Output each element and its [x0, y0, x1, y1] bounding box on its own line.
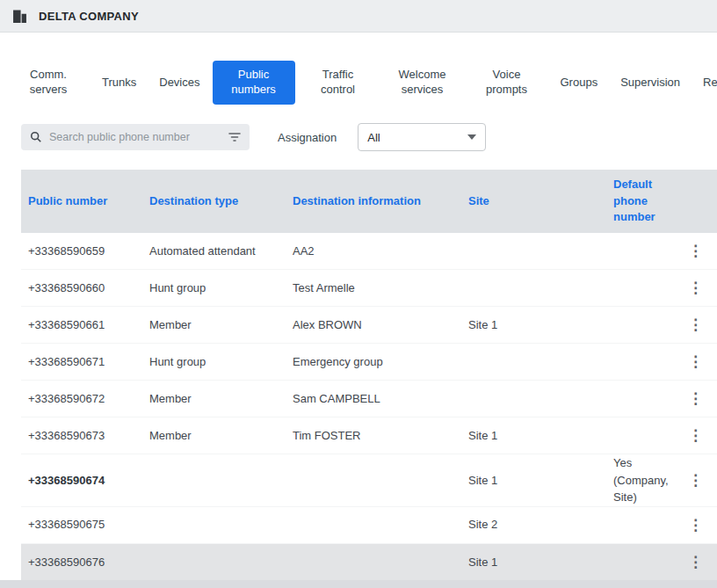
- horizontal-scrollbar[interactable]: [0, 580, 717, 588]
- cell-default-phone-number: Yes (Company, Site): [613, 454, 687, 506]
- cell-destination-information: Alex BROWN: [293, 316, 468, 334]
- tab-label: Public numbers: [223, 68, 285, 98]
- tab-traffic-control[interactable]: Traffic control: [297, 61, 380, 105]
- company-name: DELTA COMPANY: [39, 10, 139, 23]
- cell-site: Site 1: [468, 472, 613, 490]
- cell-destination-type: Hunt group: [149, 279, 293, 297]
- assignation-dropdown[interactable]: All: [358, 123, 486, 151]
- cell-public-number: +33368590659: [28, 243, 149, 260]
- kebab-menu-icon[interactable]: ⋮: [687, 280, 717, 295]
- kebab-menu-icon[interactable]: ⋮: [687, 317, 717, 332]
- cell-site: Site 1: [468, 316, 613, 334]
- tab-groups[interactable]: Groups: [550, 61, 609, 105]
- tab-recordings[interactable]: Recordings: [692, 61, 717, 105]
- public-numbers-table: Public number Destination type Destinati…: [21, 170, 717, 581]
- cell-public-number: +33368590675: [28, 516, 149, 534]
- cell-public-number: +33368590661: [28, 316, 149, 334]
- header-default-phone-number[interactable]: Default phone number: [613, 177, 687, 227]
- company-building-icon: [12, 9, 27, 24]
- cell-public-number: +33368590673: [28, 427, 149, 445]
- tab-devices[interactable]: Devices: [148, 61, 210, 105]
- table-row[interactable]: +33368590661 Member Alex BROWN Site 1 ⋮: [21, 307, 717, 344]
- table-row[interactable]: +33368590671 Hunt group Emergency group …: [21, 344, 717, 381]
- kebab-menu-icon[interactable]: ⋮: [687, 473, 717, 488]
- top-bar: DELTA COMPANY: [0, 0, 717, 33]
- tab-trunks[interactable]: Trunks: [91, 61, 147, 105]
- search-box[interactable]: [21, 124, 250, 150]
- assignation-value: All: [367, 131, 380, 144]
- tab-label: Supervision: [620, 76, 680, 91]
- tab-label: Devices: [159, 76, 199, 91]
- search-input[interactable]: [49, 131, 221, 143]
- kebab-menu-icon[interactable]: ⋮: [687, 518, 717, 533]
- header-public-number[interactable]: Public number: [28, 193, 149, 210]
- kebab-menu-icon[interactable]: ⋮: [687, 391, 717, 406]
- kebab-menu-icon[interactable]: ⋮: [687, 555, 717, 570]
- cell-public-number: +33368590672: [28, 390, 149, 408]
- tab-label: Traffic control: [308, 68, 369, 98]
- tab-label: Trunks: [102, 76, 136, 91]
- filter-controls: Assignation All: [21, 123, 696, 151]
- cell-site: Site 1: [468, 554, 613, 571]
- tab-public-numbers[interactable]: Public numbers: [213, 61, 295, 105]
- tab-comm-servers[interactable]: Comm. servers: [7, 61, 90, 105]
- assignation-label: Assignation: [278, 131, 337, 144]
- cell-destination-type: Member: [149, 316, 293, 334]
- cell-destination-type: Automated attendant: [149, 243, 293, 260]
- tab-label: Voice prompts: [476, 68, 538, 98]
- cell-public-number: +33368590674: [28, 472, 149, 490]
- cell-public-number: +33368590671: [28, 353, 149, 371]
- cell-public-number: +33368590676: [28, 554, 149, 571]
- table-row[interactable]: +33368590673 Member Tim FOSTER Site 1 ⋮: [21, 417, 717, 454]
- tab-label: Groups: [561, 76, 598, 91]
- cell-destination-information: Tim FOSTER: [293, 427, 468, 445]
- table-row[interactable]: +33368590659 Automated attendant AA2 ⋮: [21, 233, 717, 270]
- table-header-row: Public number Destination type Destinati…: [21, 170, 717, 233]
- tab-bar: Comm. servers Trunks Devices Public numb…: [7, 61, 717, 105]
- tab-label: Comm. servers: [18, 68, 79, 98]
- table-row[interactable]: +33368590660 Hunt group Test Armelle ⋮: [21, 270, 717, 307]
- cell-destination-information: Sam CAMPBELL: [293, 390, 468, 408]
- kebab-menu-icon[interactable]: ⋮: [687, 243, 717, 258]
- cell-public-number: +33368590660: [28, 279, 149, 297]
- cell-destination-information: Test Armelle: [293, 279, 468, 297]
- tab-welcome-services[interactable]: Welcome services: [381, 61, 464, 105]
- tab-label: Welcome services: [392, 68, 453, 98]
- chevron-down-icon: [467, 134, 476, 140]
- table-row[interactable]: +33368590675 Site 2 ⋮: [21, 507, 717, 544]
- header-destination-information[interactable]: Destination information: [293, 193, 468, 210]
- cell-destination-type: Member: [149, 390, 293, 408]
- tab-voice-prompts[interactable]: Voice prompts: [466, 61, 548, 105]
- search-icon: [30, 131, 42, 143]
- kebab-menu-icon[interactable]: ⋮: [687, 428, 717, 443]
- filter-icon[interactable]: [228, 132, 241, 142]
- cell-site: Site 1: [468, 427, 613, 445]
- tab-supervision[interactable]: Supervision: [610, 61, 691, 105]
- cell-destination-type: Member: [149, 427, 293, 445]
- cell-destination-type: Hunt group: [149, 353, 293, 371]
- cell-destination-information: Emergency group: [293, 353, 468, 371]
- table-row[interactable]: +33368590674 Site 1 Yes (Company, Site) …: [21, 454, 717, 507]
- header-site[interactable]: Site: [468, 193, 613, 210]
- header-destination-type[interactable]: Destination type: [149, 193, 293, 210]
- tab-label: Recordings: [703, 76, 717, 91]
- table-row[interactable]: +33368590672 Member Sam CAMPBELL ⋮: [21, 381, 717, 417]
- cell-site: Site 2: [468, 516, 613, 534]
- cell-destination-information: AA2: [293, 243, 468, 260]
- table-row[interactable]: +33368590676 Site 1 ⋮: [21, 544, 717, 581]
- kebab-menu-icon[interactable]: ⋮: [687, 354, 717, 369]
